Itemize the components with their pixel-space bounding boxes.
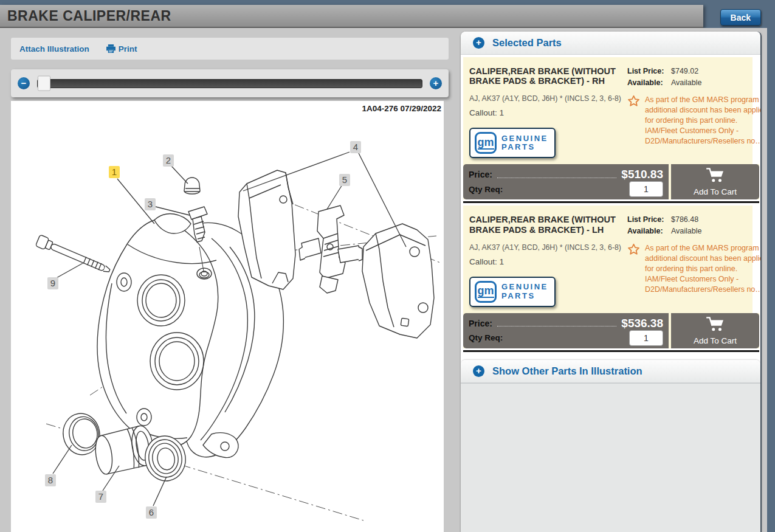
expand-icon[interactable]: + xyxy=(473,365,484,377)
attach-illustration-link[interactable]: Attach Illustration xyxy=(19,44,89,54)
price-value: $536.38 xyxy=(621,317,663,330)
zoom-slider-bar: − + xyxy=(11,69,449,97)
expand-icon[interactable]: + xyxy=(473,37,484,49)
callout-8[interactable]: 8 xyxy=(45,474,56,486)
promo-text: As part of the GM MARS program an additi… xyxy=(645,95,762,147)
price-label: Price: xyxy=(469,170,492,179)
selected-parts-panel: + Selected Parts CALIPER,REAR BRAKE (WIT… xyxy=(461,32,762,532)
callout-2[interactable]: 2 xyxy=(163,154,174,167)
gm-genuine-parts-badge: gm GENUINE PARTS xyxy=(469,277,556,307)
gm-logo: gm xyxy=(475,281,497,303)
page-title: BRAKE CALIPER/REAR xyxy=(7,8,171,24)
back-button[interactable]: Back xyxy=(720,9,761,26)
callout-5-label: 5 xyxy=(342,174,347,185)
qty-input[interactable] xyxy=(629,181,663,197)
gm-genuine-parts-badge: gm GENUINE PARTS xyxy=(469,128,556,158)
illustration-reference-number: 1A04-276 07/29/2022 xyxy=(362,104,441,113)
callout-2-label: 2 xyxy=(166,155,171,165)
add-to-cart-label: Add To Cart xyxy=(694,336,737,345)
part-spec: AJ, AK37 (A1Y, BCD, J6H) * (INCLS 2, 3, … xyxy=(469,94,621,105)
dotted-leader xyxy=(497,320,616,326)
brake-pad-outer xyxy=(362,224,434,338)
list-price-label: List Price: xyxy=(627,215,671,224)
callout-6-label: 6 xyxy=(149,507,154,517)
selected-parts-header[interactable]: + Selected Parts xyxy=(461,32,760,55)
price-bar-lh: Price: $536.38 Qty Req: Add To Cart xyxy=(463,313,759,348)
price-label: Price: xyxy=(469,319,492,328)
callout-7[interactable]: 7 xyxy=(95,491,106,503)
cart-icon xyxy=(706,167,725,185)
zoom-in-button[interactable]: + xyxy=(430,77,442,89)
qty-req-label: Qty Req: xyxy=(469,333,503,342)
guide-pin-bolt xyxy=(35,235,112,276)
dotted-leader xyxy=(497,171,616,178)
available-label: Available: xyxy=(627,227,671,235)
title-bar: BRAKE CALIPER/REAR xyxy=(0,5,703,28)
add-to-cart-label: Add To Cart xyxy=(694,187,737,196)
list-price-label: List Price: xyxy=(627,67,671,75)
callout-4[interactable]: 4 xyxy=(350,141,361,153)
part-card-lh: CALIPER,REAR BRAKE (WITHOUT BRAKE PADS &… xyxy=(463,206,753,313)
cart-icon xyxy=(706,316,725,334)
show-other-parts-title: Show Other Parts In Illustration xyxy=(492,365,642,377)
available-value: Available xyxy=(671,78,702,87)
part-name: CALIPER,REAR BRAKE (WITHOUT BRAKE PADS &… xyxy=(469,215,621,234)
callout-9[interactable]: 9 xyxy=(47,277,58,289)
gm-mars-promo: As part of the GM MARS program an additi… xyxy=(627,243,762,295)
price-bar-rh: Price: $510.83 Qty Req: Add To Cart xyxy=(463,164,759,199)
callout-3-label: 3 xyxy=(148,199,153,209)
callout-4-label: 4 xyxy=(353,142,358,152)
print-link[interactable]: Print xyxy=(106,44,137,54)
star-icon xyxy=(627,95,640,147)
zoom-out-button[interactable]: − xyxy=(18,77,30,89)
qty-input[interactable] xyxy=(629,330,663,346)
promo-text: As part of the GM MARS program an additi… xyxy=(645,243,762,295)
zoom-slider-handle[interactable] xyxy=(38,76,50,91)
brake-caliper-exploded-diagram: 1 2 3 4 5 xyxy=(11,101,444,532)
show-other-parts-header[interactable]: + Show Other Parts In Illustration xyxy=(461,360,760,383)
part-spec: AJ, AK37 (A1Y, BCD, J6H) * (INCLS 2, 3, … xyxy=(469,243,621,254)
main-content: Attach Illustration Print − + xyxy=(0,28,767,532)
gm-mars-promo: As part of the GM MARS program an additi… xyxy=(627,95,762,147)
selected-parts-title: Selected Parts xyxy=(492,37,562,49)
part-callout: Callout: 1 xyxy=(469,257,621,266)
callout-7-label: 7 xyxy=(98,491,103,502)
illustration-canvas: 1 2 3 4 5 xyxy=(11,101,444,532)
callout-6[interactable]: 6 xyxy=(146,506,157,519)
callout-5[interactable]: 5 xyxy=(339,174,350,186)
available-label: Available: xyxy=(627,78,671,87)
callout-1[interactable]: 1 xyxy=(109,166,120,178)
part-callout: Callout: 1 xyxy=(469,108,621,117)
other-parts-empty-area xyxy=(461,383,760,532)
callout-1-label: 1 xyxy=(112,167,117,177)
star-icon xyxy=(627,243,640,295)
callout-3[interactable]: 3 xyxy=(145,198,156,210)
add-to-cart-button[interactable]: Add To Cart xyxy=(671,164,759,199)
callout-9-label: 9 xyxy=(50,278,55,288)
gm-logo: gm xyxy=(475,132,497,154)
divider xyxy=(463,350,759,352)
part-card-rh: CALIPER,REAR BRAKE (WITHOUT BRAKE PADS &… xyxy=(463,57,753,164)
illustration-toolbar: Attach Illustration Print xyxy=(11,38,449,60)
price-value: $510.83 xyxy=(621,168,663,181)
zoom-slider-track[interactable] xyxy=(37,79,422,88)
add-to-cart-button[interactable]: Add To Cart xyxy=(671,313,759,348)
callout-8-label: 8 xyxy=(48,475,53,485)
divider xyxy=(463,201,759,203)
pad-retainer-clip xyxy=(299,206,362,293)
part-name: CALIPER,REAR BRAKE (WITHOUT BRAKE PADS &… xyxy=(469,66,621,86)
list-price-value: $749.02 xyxy=(671,67,698,75)
list-price-value: $786.48 xyxy=(671,215,698,224)
printer-icon xyxy=(106,44,115,53)
available-value: Available xyxy=(671,227,702,235)
bleeder-valve-cap xyxy=(184,178,200,194)
qty-req-label: Qty Req: xyxy=(469,185,503,194)
